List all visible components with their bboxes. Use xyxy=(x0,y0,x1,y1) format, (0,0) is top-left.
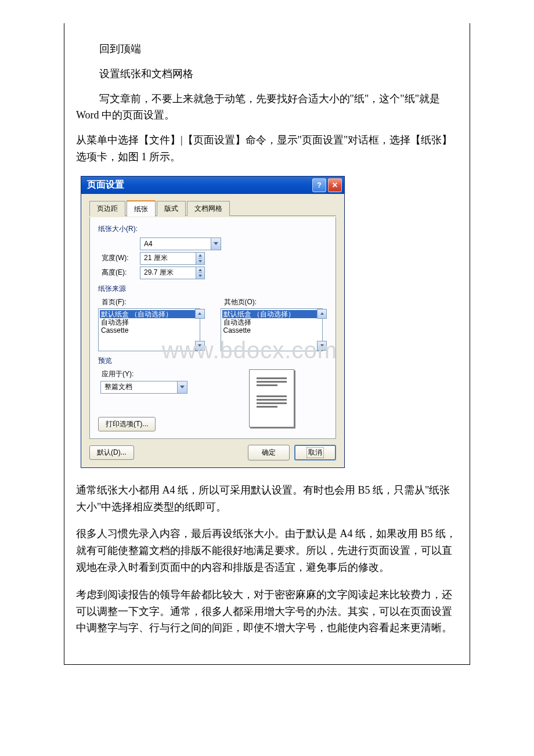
spin-buttons[interactable] xyxy=(196,253,204,264)
apply-to-value: 整篇文档 xyxy=(101,382,177,392)
section-heading: 设置纸张和文档网格 xyxy=(76,66,458,82)
tab-layout[interactable]: 版式 xyxy=(157,201,186,216)
dialog-footer: 默认(D)... 确定 取消 xyxy=(89,445,336,460)
tab-margins[interactable]: 页边距 xyxy=(89,201,125,216)
tab-grid[interactable]: 文档网格 xyxy=(187,201,230,216)
first-page-label: 首页(F): xyxy=(98,297,205,307)
dialog-title: 页面设置 xyxy=(87,179,311,191)
other-pages-listbox[interactable]: 默认纸盒 （自动选择） 自动选择 Cassette xyxy=(221,308,323,351)
paper-size-combo[interactable]: A4 xyxy=(140,237,221,250)
page-preview xyxy=(249,369,294,427)
default-button[interactable]: 默认(D)... xyxy=(89,445,134,460)
scroll-down-button[interactable] xyxy=(317,341,327,351)
close-icon: × xyxy=(332,180,337,190)
width-spin[interactable] xyxy=(140,252,205,265)
arrow-down-icon xyxy=(199,273,202,279)
arrow-up-icon xyxy=(320,312,324,315)
body-paragraph-2: 很多人习惯先录入内容，最后再设纸张大小。由于默认是 A4 纸，如果改用 B5 纸… xyxy=(76,525,458,575)
apply-to-combo[interactable]: 整篇文档 xyxy=(100,381,187,394)
paper-tab-panel: 纸张大小(R): A4 宽度(W): xyxy=(89,217,336,439)
titlebar: 页面设置 ? × xyxy=(81,177,344,194)
height-label: 高度(E): xyxy=(98,268,140,278)
list-item[interactable]: Cassette xyxy=(100,326,199,334)
arrow-up-icon xyxy=(199,253,202,259)
scroll-up-button[interactable] xyxy=(195,309,205,319)
dialog-body: 页边距 纸张 版式 文档网格 纸张大小(R): A4 宽度(W): xyxy=(81,194,344,467)
spin-buttons[interactable] xyxy=(196,267,204,279)
scroll-up-button[interactable] xyxy=(317,309,327,319)
back-to-top-link[interactable]: 回到顶端 xyxy=(76,41,458,57)
body-paragraph-3: 考虑到阅读报告的领导年龄都比较大，对于密密麻麻的文字阅读起来比较费力，还可以调整… xyxy=(76,586,458,636)
scroll-down-button[interactable] xyxy=(195,341,205,351)
list-item[interactable]: 自动选择 xyxy=(100,318,199,326)
cancel-button[interactable]: 取消 xyxy=(294,445,336,460)
close-button[interactable]: × xyxy=(328,178,342,192)
height-spin[interactable] xyxy=(140,267,205,279)
list-item[interactable]: Cassette xyxy=(222,326,321,334)
body-paragraph-1: 通常纸张大小都用 A4 纸，所以可采用默认设置。有时也会用 B5 纸，只需从"纸… xyxy=(76,482,458,516)
help-button[interactable]: ? xyxy=(312,178,326,192)
arrow-up-icon xyxy=(198,312,201,315)
arrow-down-icon xyxy=(198,344,201,347)
first-page-listbox[interactable]: 默认纸盒 （自动选择） 自动选择 Cassette xyxy=(98,308,200,351)
list-item[interactable]: 默认纸盒 （自动选择） xyxy=(222,310,321,318)
arrow-down-icon xyxy=(199,258,202,264)
arrow-up-icon xyxy=(199,267,202,273)
tab-paper[interactable]: 纸张 xyxy=(127,200,156,217)
intro-paragraph-2: 从菜单中选择【文件】|【页面设置】命令，显示"页面设置"对话框，选择【纸张】选项… xyxy=(76,132,458,165)
ok-button[interactable]: 确定 xyxy=(248,445,290,460)
help-icon: ? xyxy=(317,181,321,189)
arrow-down-icon xyxy=(320,344,324,347)
preview-label: 预览 xyxy=(98,356,327,366)
list-item[interactable]: 自动选择 xyxy=(222,318,321,326)
width-value[interactable] xyxy=(140,253,196,264)
height-value[interactable] xyxy=(140,267,196,279)
cancel-label: 取消 xyxy=(306,447,324,458)
paper-source-label: 纸张来源 xyxy=(98,284,327,294)
other-pages-label: 其他页(O): xyxy=(221,297,328,307)
document-cell: 回到顶端 设置纸张和文档网格 写文章前，不要上来就急于动笔，先要找好合适大小的"… xyxy=(64,23,470,665)
apply-to-label: 应用于(Y): xyxy=(98,369,203,379)
paper-size-label: 纸张大小(R): xyxy=(98,224,327,234)
print-options-button[interactable]: 打印选项(T)... xyxy=(98,417,156,431)
width-label: 宽度(W): xyxy=(98,253,140,263)
intro-paragraph-1: 写文章前，不要上来就急于动笔，先要找好合适大小的"纸"，这个"纸"就是 Word… xyxy=(76,91,458,124)
chevron-down-icon xyxy=(177,381,187,393)
tab-strip: 页边距 纸张 版式 文档网格 xyxy=(89,200,336,216)
page-setup-dialog: 页面设置 ? × 页边距 纸张 版式 文档网格 纸张大小(R): A4 xyxy=(81,176,345,468)
list-item[interactable]: 默认纸盒 （自动选择） xyxy=(100,310,199,318)
paper-size-value: A4 xyxy=(140,240,211,248)
chevron-down-icon xyxy=(211,238,221,250)
